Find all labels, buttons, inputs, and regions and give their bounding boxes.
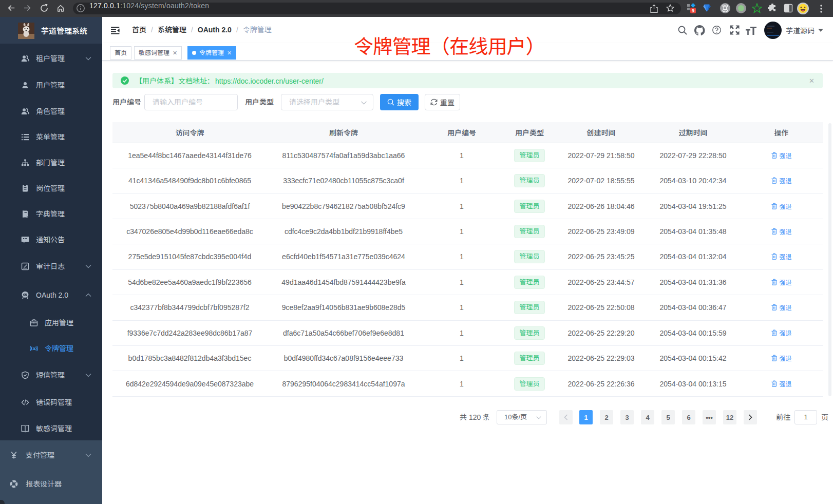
svg-text:9: 9 <box>692 8 694 13</box>
svg-text:a: a <box>33 346 35 351</box>
